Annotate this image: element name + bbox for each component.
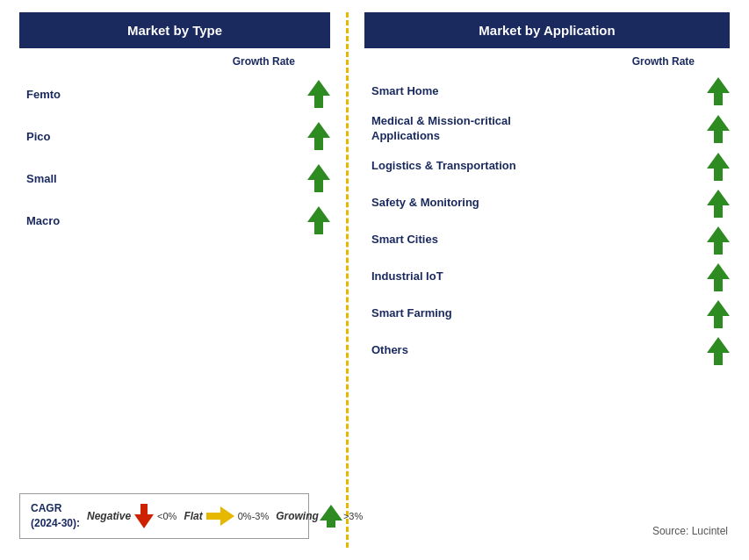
right-panel: Market by Application Growth Rate Smart … [357, 12, 737, 548]
up-arrow-icon [707, 77, 730, 105]
growing-label: Growing [276, 510, 319, 522]
up-arrow-icon [707, 263, 730, 291]
others-label: Others [371, 343, 707, 358]
list-item: Smart Farming [364, 296, 730, 333]
smart-home-label: Smart Home [371, 84, 707, 99]
up-arrow-icon [707, 226, 730, 255]
safety-label: Safety & Monitoring [371, 196, 707, 211]
list-item: Small [19, 157, 330, 199]
up-arrow-icon [707, 300, 730, 328]
pico-label: Pico [26, 130, 307, 143]
up-arrow-icon [707, 115, 730, 143]
list-item: Logistics & Transportation [364, 148, 730, 185]
industrial-iot-label: Industrial IoT [371, 269, 707, 284]
right-arrow-icon [206, 506, 234, 526]
up-arrow-icon [307, 164, 330, 192]
source-label: Source: Lucintel [652, 525, 728, 537]
negative-label: Negative [87, 510, 131, 522]
up-arrow-icon [707, 337, 730, 365]
right-growth-rate-label: Growth Rate [364, 55, 730, 68]
legend-negative: Negative <0% [87, 504, 176, 528]
legend-title: CAGR (2024-30): [31, 501, 80, 531]
smart-farming-label: Smart Farming [371, 306, 707, 321]
negative-value: <0% [157, 511, 176, 521]
list-item: Smart Home [364, 73, 730, 110]
flat-value: 0%-3% [238, 511, 269, 521]
up-arrow-icon [307, 206, 330, 234]
list-item: Safety & Monitoring [364, 185, 730, 222]
smart-cities-label: Smart Cities [371, 233, 707, 248]
list-item: Smart Cities [364, 222, 730, 259]
down-arrow-icon [134, 504, 154, 528]
list-item: Macro [19, 199, 330, 241]
list-item: Industrial IoT [364, 259, 730, 296]
dashed-divider [346, 12, 349, 548]
up-arrow-icon [322, 505, 340, 528]
flat-label: Flat [184, 510, 202, 522]
legend-flat: Flat 0%-3% [184, 506, 269, 526]
small-label: Small [26, 172, 307, 185]
left-growth-rate-label: Growth Rate [19, 55, 330, 68]
up-arrow-icon [307, 122, 330, 150]
right-panel-header: Market by Application [364, 12, 730, 48]
left-panel-header: Market by Type [19, 12, 330, 48]
list-item: Pico [19, 115, 330, 157]
macro-label: Macro [26, 214, 307, 227]
up-arrow-icon [307, 80, 330, 108]
left-panel: Market by Type Growth Rate Femto Pico Sm… [12, 12, 337, 548]
list-item: Femto [19, 73, 330, 115]
legend-growing: Growing >3% [276, 505, 363, 528]
list-item: Medical & Mission-criticalApplications [364, 110, 730, 148]
up-arrow-icon [707, 153, 730, 181]
legend-box: CAGR (2024-30): Negative <0% Flat 0%-3% … [19, 493, 309, 539]
medical-label: Medical & Mission-criticalApplications [371, 114, 617, 144]
femto-label: Femto [26, 88, 307, 101]
logistics-label: Logistics & Transportation [371, 159, 707, 174]
list-item: Others [364, 333, 730, 370]
up-arrow-icon [707, 190, 730, 218]
